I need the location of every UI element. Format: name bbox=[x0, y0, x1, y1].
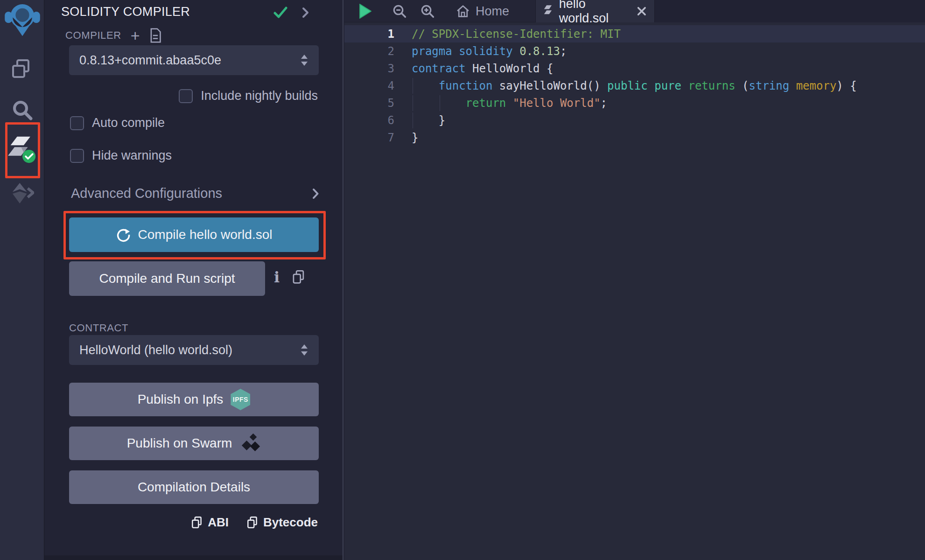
compiler-version-select[interactable]: 0.8.13+commit.abaa5c0e bbox=[69, 45, 319, 75]
include-nightly-checkbox[interactable] bbox=[179, 89, 193, 103]
contract-label: CONTRACT bbox=[69, 322, 128, 334]
panel-bottom-edge bbox=[44, 555, 343, 560]
panel-header: SOLIDITY COMPILER bbox=[61, 5, 329, 23]
line-number: 7 bbox=[344, 131, 394, 144]
line-number: 2 bbox=[344, 45, 394, 58]
indent-guide bbox=[440, 95, 440, 111]
indent-guide bbox=[413, 95, 413, 111]
add-compiler-icon[interactable]: + bbox=[131, 29, 140, 42]
advanced-configurations-toggle[interactable]: Advanced Configurations bbox=[71, 186, 321, 203]
advanced-configurations-label: Advanced Configurations bbox=[71, 186, 222, 201]
contract-select-value: HelloWorld (hello world.sol) bbox=[79, 343, 232, 357]
include-nightly-row: Include nightly builds bbox=[179, 89, 318, 103]
compile-and-run-label: Compile and Run script bbox=[99, 271, 235, 286]
sidebar-item-file-explorer[interactable] bbox=[0, 58, 44, 81]
contract-select[interactable]: HelloWorld (hello world.sol) bbox=[69, 335, 319, 365]
code-line[interactable]: 1// SPDX-License-Identifier: MIT bbox=[344, 25, 925, 42]
solidity-compiler-icon bbox=[8, 135, 37, 164]
compiler-label: COMPILER bbox=[65, 29, 121, 42]
code-line[interactable]: 6 } bbox=[344, 112, 925, 129]
code-line[interactable]: 4 function sayHelloWorld() public pure r… bbox=[344, 77, 925, 94]
tab-file-label: hello world.sol bbox=[559, 0, 631, 26]
line-number: 1 bbox=[344, 28, 394, 41]
home-icon bbox=[456, 4, 470, 18]
compilation-details-button[interactable]: Compilation Details bbox=[69, 470, 319, 504]
hide-warnings-row: Hide warnings bbox=[70, 148, 172, 163]
code-line[interactable]: 5 return "Hello World"; bbox=[344, 94, 925, 112]
select-arrows-icon bbox=[300, 343, 308, 357]
compile-button-label: Compile hello world.sol bbox=[138, 227, 273, 242]
publish-ipfs-label: Publish on Ipfs bbox=[138, 392, 224, 407]
compiler-version-value: 0.8.13+commit.abaa5c0e bbox=[79, 53, 221, 68]
zoom-out-icon bbox=[392, 4, 407, 19]
code-editor: Home hello world.sol 1// SPDX-License-Id… bbox=[344, 0, 925, 560]
tab-home[interactable]: Home bbox=[449, 0, 516, 22]
solidity-compiler-panel: SOLIDITY COMPILER COMPILER + 0.8. bbox=[44, 0, 343, 560]
copy-icon bbox=[191, 516, 203, 529]
hide-warnings-label: Hide warnings bbox=[92, 148, 172, 163]
abi-label: ABI bbox=[208, 515, 229, 530]
panel-pin-chevron-icon[interactable] bbox=[302, 7, 309, 19]
deploy-and-run-icon bbox=[11, 183, 34, 204]
indent-guide bbox=[413, 78, 413, 94]
hide-warnings-checkbox[interactable] bbox=[70, 149, 84, 163]
tab-home-label: Home bbox=[476, 4, 509, 19]
panel-title: SOLIDITY COMPILER bbox=[61, 5, 190, 19]
indent-guide bbox=[413, 112, 413, 128]
zoom-in-button[interactable] bbox=[420, 0, 435, 22]
select-arrows-icon bbox=[300, 54, 308, 67]
compilation-details-label: Compilation Details bbox=[138, 480, 250, 495]
publish-swarm-button[interactable]: Publish on Swarm bbox=[69, 427, 319, 460]
sidebar-item-search[interactable] bbox=[0, 99, 44, 121]
line-number: 6 bbox=[344, 114, 394, 127]
remix-ide-window: SOLIDITY COMPILER COMPILER + 0.8. bbox=[0, 0, 925, 560]
activity-icon-bar bbox=[0, 0, 44, 560]
copy-icon bbox=[246, 516, 259, 529]
swarm-icon bbox=[239, 434, 261, 453]
remix-logo-icon bbox=[4, 3, 41, 36]
close-tab-icon[interactable] bbox=[637, 6, 647, 17]
compiler-config-file-icon[interactable] bbox=[149, 28, 161, 43]
copy-abi-button[interactable]: ABI bbox=[191, 515, 229, 530]
run-script-button[interactable] bbox=[358, 0, 372, 22]
solidity-file-icon bbox=[543, 4, 554, 18]
copy-artifacts-row: ABI Bytecode bbox=[191, 515, 318, 530]
publish-ipfs-button[interactable]: Publish on Ipfs IPFS bbox=[69, 383, 319, 416]
compile-and-run-button[interactable]: Compile and Run script bbox=[69, 261, 265, 296]
play-icon bbox=[358, 3, 372, 19]
line-number: 3 bbox=[344, 62, 394, 75]
ipfs-badge-icon: IPFS bbox=[231, 389, 250, 410]
compile-button[interactable]: Compile hello world.sol bbox=[69, 217, 319, 252]
compiler-section-header: COMPILER + bbox=[65, 28, 161, 43]
editor-tab-bar: Home hello world.sol bbox=[344, 0, 925, 22]
bytecode-label: Bytecode bbox=[263, 515, 318, 530]
copy-bytecode-button[interactable]: Bytecode bbox=[246, 515, 318, 530]
code-line[interactable]: 3contract HelloWorld { bbox=[344, 60, 925, 77]
tab-bar-empty-space bbox=[654, 0, 925, 22]
auto-compile-label: Auto compile bbox=[92, 116, 165, 130]
zoom-in-icon bbox=[420, 4, 435, 19]
zoom-out-button[interactable] bbox=[392, 0, 407, 22]
auto-compile-checkbox[interactable] bbox=[70, 116, 84, 130]
search-icon bbox=[11, 99, 34, 121]
include-nightly-label: Include nightly builds bbox=[201, 89, 318, 103]
line-number: 5 bbox=[344, 97, 394, 110]
code-line[interactable]: 2pragma solidity 0.8.13; bbox=[344, 42, 925, 60]
refresh-icon bbox=[116, 227, 131, 242]
copy-script-icon[interactable] bbox=[292, 270, 306, 285]
sidebar-item-solidity-compiler[interactable] bbox=[0, 135, 44, 164]
auto-compile-row: Auto compile bbox=[70, 116, 165, 130]
tab-hello-world-sol[interactable]: hello world.sol bbox=[535, 0, 654, 22]
remix-logo[interactable] bbox=[0, 3, 44, 36]
chevron-right-icon bbox=[312, 188, 319, 200]
compile-success-check-icon bbox=[273, 7, 287, 19]
info-icon[interactable]: i bbox=[274, 270, 280, 285]
file-explorer-icon bbox=[11, 58, 34, 81]
code-lines[interactable]: 1// SPDX-License-Identifier: MIT2pragma … bbox=[344, 22, 925, 560]
code-line[interactable]: 7} bbox=[344, 129, 925, 146]
line-number: 4 bbox=[344, 79, 394, 92]
sidebar-item-deploy-and-run[interactable] bbox=[0, 183, 44, 204]
publish-swarm-label: Publish on Swarm bbox=[127, 436, 232, 451]
compile-run-aux-icons: i bbox=[274, 270, 306, 285]
